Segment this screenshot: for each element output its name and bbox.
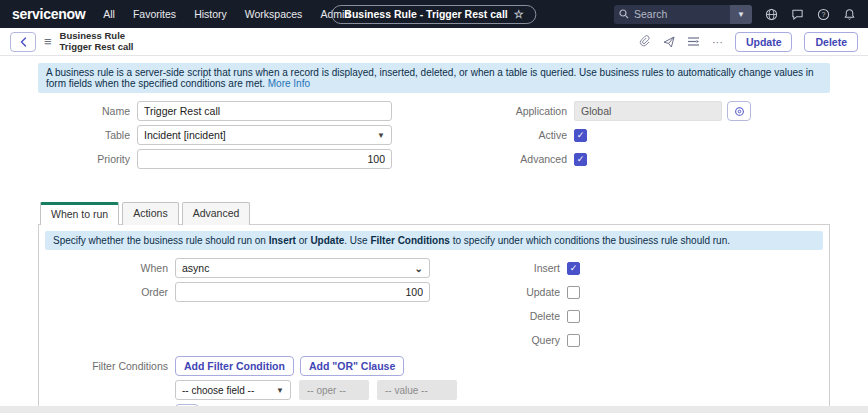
field-delete: Delete: [434, 306, 823, 326]
choose-field-select[interactable]: -- choose field -- ▼: [175, 380, 291, 400]
filter-conditions-label: Filter Conditions: [45, 360, 175, 372]
insert-label: Insert: [434, 262, 567, 274]
paper-plane-icon[interactable]: [663, 36, 675, 48]
global-search[interactable]: ▼: [614, 5, 752, 24]
field-table: Table Incident [incident] ▼: [0, 125, 434, 145]
info-banner-text: A business rule is a server-side script …: [46, 67, 814, 89]
update-button-header[interactable]: Update: [735, 32, 793, 52]
tab-banner-bold-filter: Filter Conditions: [370, 235, 449, 246]
field-update: Update: [434, 282, 823, 302]
update-checkbox[interactable]: [567, 286, 580, 299]
application-readonly-input: Global: [574, 101, 722, 121]
header-right-group: ▼ ?: [614, 5, 856, 24]
tab-banner-bold-update: Update: [310, 235, 344, 246]
table-label: Table: [0, 129, 137, 141]
when-right-column: Insert Update Delete Query: [434, 258, 823, 354]
delete-label: Delete: [434, 310, 567, 322]
nav-favorites[interactable]: Favorites: [133, 8, 176, 20]
form-header-actions: ··· Update Delete: [639, 32, 858, 52]
order-input[interactable]: [175, 282, 430, 302]
search-icon: [614, 9, 634, 19]
favorite-star-icon[interactable]: ☆: [514, 8, 524, 21]
add-or-clause-button[interactable]: Add "OR" Clause: [300, 356, 404, 376]
back-button[interactable]: [10, 32, 36, 52]
name-input[interactable]: [137, 101, 392, 121]
field-active: Active: [434, 125, 868, 145]
tab-actions[interactable]: Actions: [122, 202, 178, 225]
when-left-column: When async ⌄ Order: [45, 258, 434, 354]
name-label: Name: [0, 105, 137, 117]
when-select-value: async: [182, 262, 209, 274]
chat-icon[interactable]: [791, 8, 804, 21]
chevron-down-icon: ⌄: [415, 263, 423, 274]
application-scope-button[interactable]: [727, 101, 751, 121]
fields-left-column: Name Table Incident [incident] ▼ Priorit…: [0, 101, 434, 173]
globe-icon[interactable]: [765, 8, 778, 21]
field-order: Order: [45, 282, 434, 302]
operator-disabled-select: -- oper --: [299, 380, 369, 400]
when-to-run-fields: When async ⌄ Order Insert: [45, 258, 823, 354]
field-priority: Priority: [0, 149, 434, 169]
page-bottom-strip: [0, 406, 868, 413]
insert-checkbox[interactable]: [567, 262, 580, 275]
query-checkbox[interactable]: [567, 334, 580, 347]
nav-history[interactable]: History: [194, 8, 227, 20]
filter-condition-row: -- choose field -- ▼ -- oper -- -- value…: [45, 380, 823, 400]
nav-workspaces[interactable]: Workspaces: [245, 8, 303, 20]
tab-when-to-run[interactable]: When to run: [40, 202, 119, 225]
active-label: Active: [434, 129, 574, 141]
field-query: Query: [434, 330, 823, 350]
top-header: servicenow All Favorites History Workspa…: [0, 0, 868, 28]
tab-bar: When to run Actions Advanced: [38, 201, 830, 224]
advanced-checkbox[interactable]: [574, 153, 587, 166]
priority-input[interactable]: [137, 149, 392, 169]
field-insert: Insert: [434, 258, 823, 278]
when-label: When: [45, 262, 175, 274]
activity-stream-icon[interactable]: [687, 36, 700, 47]
query-label: Query: [434, 334, 567, 346]
add-filter-condition-button[interactable]: Add Filter Condition: [175, 356, 294, 376]
record-pill-label: Business Rule - Trigger Rest call: [344, 8, 507, 20]
servicenow-logo: servicenow: [12, 6, 85, 22]
table-select-value: Incident [incident]: [144, 129, 226, 141]
delete-checkbox[interactable]: [567, 310, 580, 323]
bell-icon[interactable]: [843, 8, 856, 21]
record-title: Business Rule Trigger Rest call: [60, 31, 134, 53]
advanced-label: Advanced: [434, 153, 574, 165]
update-label: Update: [434, 286, 567, 298]
more-options-icon[interactable]: ···: [712, 36, 723, 48]
top-nav: All Favorites History Workspaces Admin: [103, 8, 350, 20]
context-menu-icon[interactable]: ≡: [44, 34, 52, 49]
paperclip-icon[interactable]: [639, 35, 651, 48]
help-icon[interactable]: ?: [817, 8, 830, 21]
delete-button-header[interactable]: Delete: [804, 32, 858, 52]
when-select[interactable]: async ⌄: [175, 258, 430, 278]
svg-text:?: ?: [822, 10, 826, 17]
active-checkbox[interactable]: [574, 129, 587, 142]
when-to-run-panel: Specify whether the business rule should…: [38, 224, 830, 413]
form-header: ≡ Business Rule Trigger Rest call ··· Up…: [0, 28, 868, 56]
tab-section: When to run Actions Advanced Specify whe…: [38, 201, 830, 413]
tab-banner-text: Specify whether the business rule should…: [53, 235, 269, 246]
field-name: Name: [0, 101, 434, 121]
application-label: Application: [434, 105, 574, 117]
search-scope-dropdown[interactable]: ▼: [730, 5, 752, 24]
field-when: When async ⌄: [45, 258, 434, 278]
field-application: Application Global: [434, 101, 868, 121]
tab-info-banner: Specify whether the business rule should…: [45, 231, 823, 250]
more-info-link[interactable]: More Info: [268, 78, 310, 89]
tab-banner-bold-insert: Insert: [269, 235, 296, 246]
table-select[interactable]: Incident [incident] ▼: [137, 125, 392, 145]
info-banner: A business rule is a server-side script …: [38, 63, 830, 93]
order-label: Order: [45, 286, 175, 298]
chevron-down-icon: ▼: [377, 131, 385, 140]
tab-advanced[interactable]: Advanced: [182, 202, 251, 225]
choose-field-value: -- choose field --: [182, 385, 254, 396]
form-fields: Name Table Incident [incident] ▼ Priorit…: [0, 101, 868, 173]
search-input[interactable]: [634, 8, 722, 20]
fields-right-column: Application Global Active Advanced: [434, 101, 868, 173]
record-pill[interactable]: Business Rule - Trigger Rest call ☆: [331, 5, 536, 24]
record-type-label: Business Rule: [60, 31, 134, 42]
nav-all[interactable]: All: [103, 8, 115, 20]
field-advanced: Advanced: [434, 149, 868, 169]
